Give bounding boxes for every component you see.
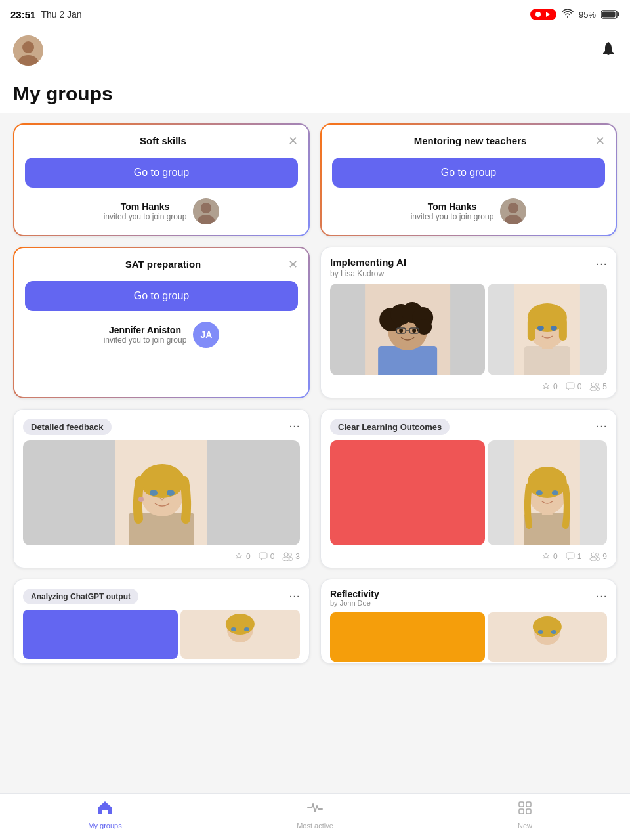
svg-point-74 (538, 630, 543, 634)
user-avatar[interactable] (13, 35, 43, 66)
groups-grid: Soft skills ✕ Go to group Tom Hanks invi… (0, 113, 630, 409)
go-to-group-mentoring-button[interactable]: Go to group (332, 158, 605, 188)
status-time: 23:51 (10, 9, 35, 20)
bottom-row: Analyzing ChatGPT output ··· Reflectivit… (0, 579, 630, 675)
bottom-spacer (0, 675, 630, 727)
svg-rect-49 (259, 553, 267, 558)
comments-stat: 0 (566, 382, 582, 391)
comment-icon (566, 382, 575, 391)
home-icon (96, 799, 114, 819)
svg-rect-36 (566, 383, 574, 388)
card-header: Soft skills ✕ (14, 125, 308, 152)
members-icon (589, 382, 600, 391)
svg-point-11 (508, 203, 518, 213)
svg-point-59 (536, 490, 543, 495)
inviter-initials: JA (193, 322, 219, 348)
inviter-name: Tom Hanks (411, 201, 494, 212)
svg-point-34 (537, 326, 544, 331)
svg-point-58 (528, 467, 567, 498)
wifi-icon (562, 9, 574, 20)
svg-rect-2 (618, 12, 620, 16)
svg-point-69 (231, 627, 236, 631)
new-icon (516, 799, 534, 819)
members-stat: 9 (589, 552, 607, 561)
card-stats: 0 0 3 (14, 545, 309, 568)
svg-rect-28 (524, 346, 570, 375)
svg-point-37 (591, 383, 595, 387)
svg-rect-33 (559, 318, 567, 341)
card-title: Mentoring new teachers (345, 135, 595, 146)
card-subtitle: by Lisa Kudrow (330, 269, 596, 278)
tab-most-active[interactable]: Most active (210, 799, 420, 830)
activity-icon (306, 799, 324, 819)
tab-my-groups[interactable]: My groups (0, 799, 210, 830)
svg-point-64 (596, 553, 599, 556)
notification-bell[interactable] (600, 41, 617, 60)
invite-info: Tom Hanks invited you to join group (332, 198, 605, 224)
card-images (321, 284, 616, 375)
more-options-button[interactable]: ··· (289, 419, 300, 432)
invite-body: Go to group Jennifer Aniston invited you… (14, 276, 308, 358)
card-header: Detailed feedback ··· (14, 410, 309, 440)
tag-badge: Detailed feedback (23, 419, 112, 435)
svg-point-73 (533, 616, 562, 637)
svg-rect-3 (602, 12, 616, 18)
bell-icon (600, 41, 617, 58)
more-options-button[interactable]: ··· (596, 419, 607, 432)
more-options-button[interactable]: ··· (596, 589, 607, 602)
reflectivity-card: Reflectivity by John Doe ··· (320, 579, 617, 664)
comment-icon (566, 552, 575, 561)
battery-icon (601, 10, 620, 19)
mentoring-teachers-card: Mentoring new teachers ✕ Go to group Tom… (320, 123, 617, 236)
card-header: SAT preparation ✕ (14, 248, 308, 276)
card-title: Implementing AI (330, 257, 596, 268)
svg-point-39 (596, 383, 599, 387)
analyzing-chatgpt-card: Analyzing ChatGPT output ··· (13, 579, 310, 664)
record-dot (536, 12, 541, 17)
svg-marker-0 (546, 12, 550, 17)
invite-body: Go to group Tom Hanks invited you to joi… (322, 152, 616, 235)
invite-body: Go to group Tom Hanks invited you to joi… (14, 152, 308, 235)
clear-learning-card: Clear Learning Outcomes ··· (320, 409, 617, 568)
card-stats: 0 0 5 (321, 375, 616, 398)
inviter-name: Tom Hanks (104, 201, 187, 212)
svg-point-70 (244, 627, 249, 631)
card-header: Analyzing ChatGPT output ··· (14, 579, 309, 610)
svg-point-48 (167, 490, 175, 496)
sat-prep-card: SAT preparation ✕ Go to group Jennifer A… (13, 247, 310, 398)
card-title: Reflectivity (330, 589, 379, 599)
top-nav (0, 29, 630, 72)
members-icon (589, 552, 600, 561)
inviter-name: Jennifer Aniston (104, 325, 187, 335)
close-soft-skills-button[interactable]: ✕ (288, 135, 298, 147)
status-icons: 95% (530, 9, 620, 20)
go-to-group-soft-skills-button[interactable]: Go to group (25, 158, 298, 188)
invite-text: Tom Hanks invited you to join group (104, 201, 187, 221)
comment-icon (259, 552, 268, 561)
svg-rect-78 (519, 809, 524, 814)
tab-new[interactable]: New (420, 799, 630, 830)
invite-info: Tom Hanks invited you to join group (25, 198, 298, 224)
invite-text: Jennifer Aniston invited you to join gro… (104, 325, 187, 345)
svg-rect-32 (528, 318, 536, 341)
more-options-button[interactable]: ··· (596, 257, 607, 270)
go-to-group-sat-button[interactable]: Go to group (25, 281, 298, 311)
svg-rect-77 (526, 802, 531, 807)
svg-rect-76 (519, 802, 524, 807)
record-icon (543, 10, 551, 18)
implementing-ai-card: Implementing AI by Lisa Kudrow ··· (320, 247, 617, 398)
star-icon (541, 552, 551, 561)
more-options-button[interactable]: ··· (289, 589, 300, 602)
comments-stat: 0 (259, 552, 275, 561)
group-image-main (330, 284, 485, 375)
card-images (14, 440, 309, 545)
close-mentoring-button[interactable]: ✕ (595, 135, 605, 147)
card-title: SAT preparation (38, 259, 288, 270)
invite-desc: invited you to join group (104, 212, 187, 221)
tab-new-label: New (518, 822, 532, 830)
card-header: Implementing AI by Lisa Kudrow ··· (321, 247, 616, 284)
close-sat-button[interactable]: ✕ (288, 259, 298, 270)
record-button (530, 9, 556, 20)
members-icon (282, 552, 293, 561)
comments-stat: 1 (566, 552, 582, 561)
